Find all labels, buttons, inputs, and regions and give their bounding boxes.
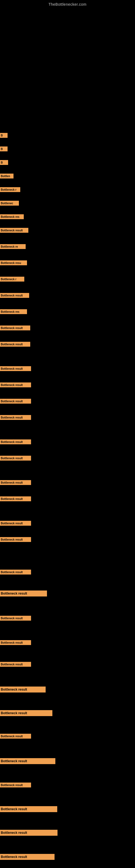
bottleneck-bar-17: Bottleneck result [0,382,31,388]
bottleneck-bar-2: B [0,147,8,151]
bottleneck-bar-1: B [0,133,8,138]
bottleneck-bar-36: Bottleneck result [0,806,57,812]
bottleneck-bar-5: Bottleneck r [0,187,20,192]
bottleneck-bar-31: Bottleneck result [0,686,46,692]
bottleneck-bar-30: Bottleneck result [0,662,31,667]
bottleneck-bar-35: Bottleneck result [0,782,31,787]
bottleneck-bar-19: Bottleneck result [0,415,31,420]
bottleneck-bar-16: Bottleneck result [0,366,31,371]
bottleneck-bar-3: B [0,160,8,165]
bottleneck-bar-38: Bottleneck result [0,854,54,860]
bottleneck-bar-7: Bottleneck res [0,214,24,219]
bottleneck-bar-12: Bottleneck result [0,293,29,298]
bottleneck-bar-22: Bottleneck result [0,480,31,485]
bottleneck-bar-9: Bottleneck re [0,244,26,249]
bottleneck-bar-33: Bottleneck result [0,734,31,739]
bottleneck-bar-10: Bottleneck resu [0,260,27,265]
bottleneck-bar-21: Bottleneck result [0,456,31,461]
bottleneck-bar-6: Bottlenec [0,201,19,206]
bottleneck-bar-23: Bottleneck result [0,496,31,501]
bottleneck-bar-4: Bottlen [0,174,13,179]
bottleneck-bar-8: Bottleneck result [0,228,28,233]
bottleneck-bar-11: Bottleneck r [0,277,24,282]
bottleneck-bar-37: Bottleneck result [0,830,57,836]
bottleneck-bar-15: Bottleneck result [0,342,30,347]
bottleneck-bar-20: Bottleneck result [0,439,31,444]
bottleneck-bar-18: Bottleneck result [0,399,31,404]
bottleneck-bar-14: Bottleneck result [0,326,30,330]
bottleneck-bar-24: Bottleneck result [0,521,31,526]
bottleneck-bar-32: Bottleneck result [0,710,52,716]
bottleneck-bar-27: Bottleneck result [0,590,47,596]
bottleneck-bar-34: Bottleneck result [0,758,55,764]
bottleneck-bar-28: Bottleneck result [0,616,31,621]
site-title: TheBottlenecker.com [0,0,135,6]
bottleneck-bar-13: Bottleneck res [0,309,27,314]
bottleneck-bar-26: Bottleneck result [0,569,31,575]
bottleneck-bar-25: Bottleneck result [0,537,31,542]
bottleneck-bar-29: Bottleneck result [0,640,31,645]
